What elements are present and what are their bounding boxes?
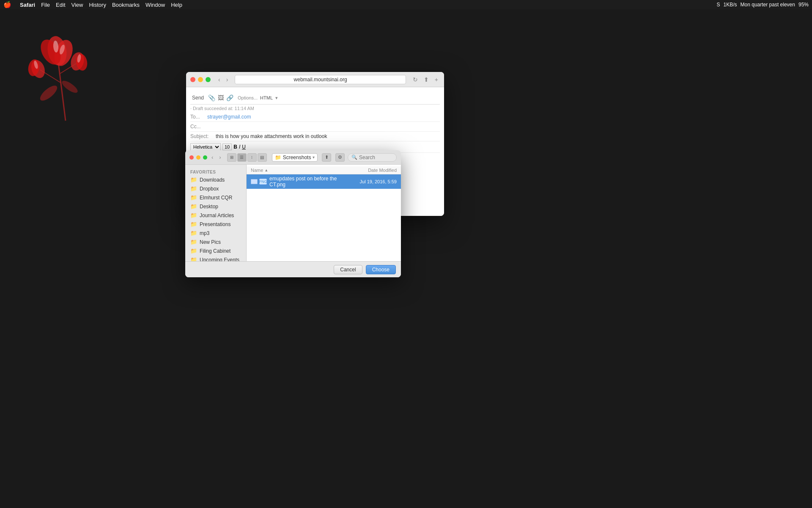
menubar-left: 🍎 Safari File Edit View History Bookmark… (3, 1, 182, 8)
menubar-bookmarks[interactable]: Bookmarks (112, 2, 140, 8)
folder-icon: 📁 (190, 212, 197, 218)
picker-footer: Cancel Choose (185, 261, 401, 277)
column-view-button[interactable]: ⫶ (247, 153, 257, 162)
sidebar-item-newpics[interactable]: 📁 New Pics (185, 237, 246, 246)
sidebar-item-filing[interactable]: 📁 Filing Cabinet (185, 246, 246, 255)
file-row-empty-4 (247, 217, 401, 226)
folder-icon: 📁 (190, 221, 197, 227)
sidebar-item-mp3[interactable]: 📁 mp3 (185, 229, 246, 237)
picker-sidebar: Favorites 📁 Downloads 📁 Dropbox 📁 Elmhur… (185, 165, 247, 261)
date-column-header[interactable]: Date Modified (337, 168, 397, 173)
sidebar-item-label: Journal Articles (200, 213, 234, 218)
file-row-empty-1 (247, 189, 401, 198)
menubar-view[interactable]: View (71, 2, 83, 8)
menubar-help[interactable]: Help (171, 2, 182, 8)
sidebar-item-label: Filing Cabinet (200, 248, 230, 254)
picker-search-bar[interactable]: 🔍 (348, 153, 397, 162)
link-icon[interactable]: 🔗 (226, 94, 233, 101)
file-row-empty-2 (247, 198, 401, 207)
flower-decoration (11, 19, 99, 127)
picker-location-dropdown[interactable]: 📁 Screenshots ▾ (272, 153, 318, 162)
window-close-button[interactable] (190, 77, 195, 82)
folder-icon: 📁 (190, 248, 197, 254)
file-name-label: emupdates post on before the CT.png (269, 176, 342, 188)
menubar-history[interactable]: History (89, 2, 106, 8)
picker-titlebar: ‹ › ⊞ ☰ ⫶ ▤ 📁 Screenshots ▾ ⬆ ⚙ 🔍 (185, 150, 401, 165)
name-column-header[interactable]: Name ▲ (251, 168, 337, 173)
bold-button[interactable]: B (233, 144, 237, 150)
underline-button[interactable]: U (242, 144, 246, 150)
refresh-button[interactable]: ↻ (411, 75, 420, 84)
sidebar-item-dropbox[interactable]: 📁 Dropbox (185, 184, 246, 193)
file-row[interactable]: PNG emupdates post on before the CT.png … (247, 174, 401, 189)
sort-arrow-icon: ▲ (264, 168, 268, 172)
apple-logo-icon[interactable]: 🍎 (3, 1, 11, 8)
file-date-label: Jul 19, 2016, 5:59 (342, 179, 397, 184)
cover-flow-button[interactable]: ▤ (258, 153, 267, 162)
picker-body: Favorites 📁 Downloads 📁 Dropbox 📁 Elmhur… (185, 165, 401, 261)
italic-button[interactable]: I (239, 144, 240, 150)
file-row-empty-3 (247, 207, 401, 217)
sidebar-item-journal[interactable]: 📁 Journal Articles (185, 211, 246, 220)
picker-view-buttons: ⊞ ☰ ⫶ ▤ (227, 153, 267, 162)
sidebar-item-label: New Pics (200, 239, 221, 245)
name-header-label: Name (251, 168, 263, 173)
folder-icon: 📁 (190, 177, 197, 183)
folder-icon: 📁 (190, 257, 197, 261)
sidebar-item-label: Elmhurst CQR (200, 195, 232, 201)
picker-back-button[interactable]: ‹ (210, 153, 215, 161)
format-html: HTML (260, 95, 273, 100)
choose-button[interactable]: Choose (366, 265, 396, 274)
file-picker-dialog: ‹ › ⊞ ☰ ⫶ ▤ 📁 Screenshots ▾ ⬆ ⚙ 🔍 Favori… (185, 150, 401, 277)
icon-view-button[interactable]: ⊞ (227, 153, 236, 162)
picker-action-button[interactable]: ⚙ (335, 153, 345, 162)
window-maximize-button[interactable] (206, 77, 211, 82)
search-input[interactable] (359, 155, 393, 160)
sidebar-item-label: Presentations (200, 221, 230, 227)
file-row-empty-7 (247, 245, 401, 254)
photo-icon[interactable]: 🖼 (218, 94, 224, 101)
to-value[interactable]: strayer@gmail.com (207, 114, 251, 120)
send-button[interactable]: Send (190, 94, 206, 102)
sidebar-item-downloads[interactable]: 📁 Downloads (185, 175, 246, 184)
folder-icon: 📁 (190, 230, 197, 236)
forward-button[interactable]: › (225, 75, 230, 84)
share-button[interactable]: ⬆ (422, 75, 431, 84)
email-toolbar: Send 📎 🖼 🔗 Options... HTML ▾ (190, 91, 440, 105)
picker-maximize-button[interactable] (203, 155, 207, 160)
font-size-select[interactable]: 10 (222, 144, 232, 150)
sidebar-item-elmhurst[interactable]: 📁 Elmhurst CQR (185, 193, 246, 202)
picker-forward-button[interactable]: › (217, 153, 222, 161)
search-icon: 🔍 (351, 155, 357, 160)
folder-icon: 📁 (190, 194, 197, 201)
sidebar-item-presentations[interactable]: 📁 Presentations (185, 220, 246, 229)
subject-value[interactable]: this is how you make attachments work in… (216, 133, 327, 139)
folder-icon: 📁 (190, 203, 197, 210)
format-dropdown[interactable]: ▾ (275, 95, 278, 101)
new-tab-button[interactable]: + (433, 75, 440, 84)
list-view-button[interactable]: ☰ (237, 153, 247, 162)
back-button[interactable]: ‹ (217, 75, 222, 84)
menubar-s-icon: S (717, 2, 720, 8)
browser-nav: ‹ › (217, 75, 230, 84)
picker-minimize-button[interactable] (196, 155, 200, 160)
options-btn[interactable]: Options... (238, 95, 258, 100)
email-subject-field: Subject: this is how you make attachment… (190, 132, 440, 141)
menubar-file[interactable]: File (41, 2, 50, 8)
cancel-button[interactable]: Cancel (334, 265, 362, 274)
sidebar-item-upcoming[interactable]: 📁 Upcoming Events (185, 255, 246, 261)
sidebar-item-label: Desktop (200, 204, 218, 210)
svg-point-14 (38, 83, 59, 103)
attachment-icon[interactable]: 📎 (208, 94, 215, 101)
menubar-app-name[interactable]: Safari (20, 2, 35, 8)
menubar-window[interactable]: Window (145, 2, 165, 8)
file-row-empty-5 (247, 226, 401, 235)
font-select[interactable]: Helvetica (190, 143, 221, 151)
picker-share-button[interactable]: ⬆ (322, 153, 331, 162)
menubar-edit[interactable]: Edit (56, 2, 65, 8)
address-bar[interactable]: webmail.mountsinai.org (235, 75, 406, 84)
sidebar-item-desktop[interactable]: 📁 Desktop (185, 202, 246, 211)
picker-close-button[interactable] (189, 155, 194, 160)
sidebar-section-favorites: Favorites (185, 168, 246, 175)
window-minimize-button[interactable] (198, 77, 203, 82)
